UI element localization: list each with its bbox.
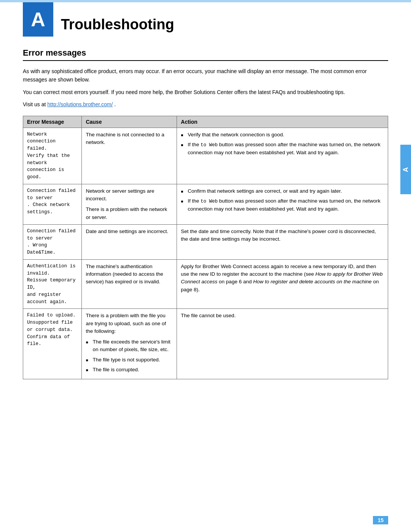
action-cell-3: Set the date and time correctly. Note th… <box>177 224 388 259</box>
table-row: Authentication is invalid. Reissue tempo… <box>23 259 388 309</box>
list-item: The file is corrupted. <box>86 366 173 374</box>
intro-paragraph-1: As with any sophisticated office product… <box>23 67 388 84</box>
cause-cell-5: There is a problem with the file you are… <box>82 309 177 379</box>
action-cell-2: Confirm that network settings are correc… <box>177 184 388 224</box>
action-cell-4: Apply for Brother Web Connect access aga… <box>177 259 388 309</box>
error-cell-2: Connection failed to server . Check netw… <box>23 184 82 224</box>
list-item: Verify that the network connection is go… <box>181 131 384 139</box>
col-cause: Cause <box>82 116 177 128</box>
chapter-block: A <box>23 2 53 37</box>
section-title: Error messages <box>23 48 388 61</box>
cause-cell-1: The machine is not connected to a networ… <box>82 128 177 184</box>
action-cell-1: Verify that the network connection is go… <box>177 128 388 184</box>
cause-cell-2: Network or server settings are incorrect… <box>82 184 177 224</box>
cause-cell-4: The machine's authentication information… <box>82 259 177 309</box>
intro-paragraph-2: You can correct most errors yourself. If… <box>23 88 388 96</box>
error-cell-1: Network connection failed. Verify that t… <box>23 128 82 184</box>
action-cell-5: The file cannot be used. <box>177 309 388 379</box>
visit-paragraph: Visit us at http://solutions.brother.com… <box>23 100 388 109</box>
error-cell-4: Authentication is invalid. Reissue tempo… <box>23 259 82 309</box>
error-cell-5: Failed to upload. Unsupported file or co… <box>23 309 82 379</box>
error-cell-3: Connection failed to server . Wrong Date… <box>23 224 82 259</box>
table-row: Connection failed to server . Check netw… <box>23 184 388 224</box>
chapter-letter: A <box>31 8 45 31</box>
table-header-row: Error Message Cause Action <box>23 116 388 128</box>
list-item: Confirm that network settings are correc… <box>181 187 384 195</box>
chapter-title: Troubleshooting <box>61 16 174 37</box>
list-item: The file exceeds the service's limit on … <box>86 338 173 354</box>
main-content: Error messages As with any sophisticated… <box>0 48 411 379</box>
table-row: Network connection failed. Verify that t… <box>23 128 388 184</box>
list-item: The file type is not supported. <box>86 356 173 364</box>
visit-suffix: . <box>114 101 116 107</box>
error-table: Error Message Cause Action Network conne… <box>23 116 388 380</box>
cause-cell-3: Date and time settings are incorrect. <box>82 224 177 259</box>
col-error-message: Error Message <box>23 116 82 128</box>
table-row: Connection failed to server . Wrong Date… <box>23 224 388 259</box>
page-number: 15 <box>373 516 388 524</box>
chapter-header: A Troubleshooting <box>0 2 411 37</box>
side-tab-letter: A <box>402 167 410 172</box>
visit-prefix: Visit us at <box>23 101 47 107</box>
col-action: Action <box>177 116 388 128</box>
visit-url[interactable]: http://solutions.brother.com/ <box>47 101 113 107</box>
list-item: If the to Web button was pressed soon af… <box>181 141 384 157</box>
list-item: If the to Web button was pressed soon af… <box>181 197 384 213</box>
side-tab: A <box>400 145 411 194</box>
table-row: Failed to upload. Unsupported file or co… <box>23 309 388 379</box>
